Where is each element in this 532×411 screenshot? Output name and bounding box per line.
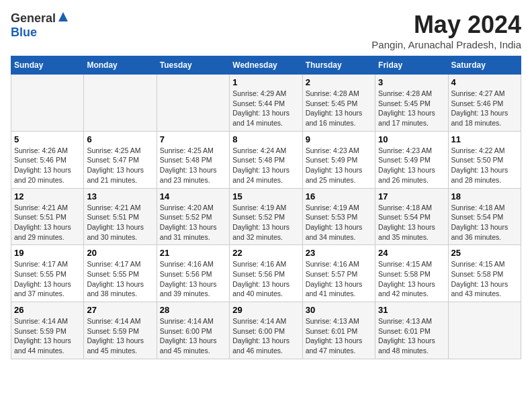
day-info: Sunrise: 4:24 AMSunset: 5:48 PMDaylight:… (232, 146, 299, 185)
day-info: Sunrise: 4:29 AMSunset: 5:44 PMDaylight:… (232, 89, 299, 128)
day-cell: 13Sunrise: 4:21 AMSunset: 5:51 PMDayligh… (84, 188, 157, 245)
day-cell: 5Sunrise: 4:26 AMSunset: 5:46 PMDaylight… (11, 131, 84, 188)
day-info: Sunrise: 4:18 AMSunset: 5:54 PMDaylight:… (451, 203, 518, 242)
day-number: 2 (306, 77, 372, 87)
day-number: 6 (87, 134, 153, 144)
day-cell: 25Sunrise: 4:15 AMSunset: 5:58 PMDayligh… (448, 245, 521, 302)
day-number: 12 (14, 191, 81, 201)
day-number: 4 (451, 77, 518, 87)
day-cell: 27Sunrise: 4:14 AMSunset: 5:59 PMDayligh… (84, 302, 157, 359)
day-number: 3 (378, 77, 445, 87)
svg-marker-0 (58, 12, 68, 21)
day-cell: 9Sunrise: 4:23 AMSunset: 5:49 PMDaylight… (302, 131, 375, 188)
day-number: 21 (160, 248, 226, 258)
day-cell: 4Sunrise: 4:27 AMSunset: 5:46 PMDaylight… (448, 75, 521, 132)
day-cell: 1Sunrise: 4:29 AMSunset: 5:44 PMDaylight… (230, 75, 302, 132)
day-info: Sunrise: 4:18 AMSunset: 5:54 PMDaylight:… (378, 203, 445, 242)
day-number: 13 (87, 191, 153, 201)
day-info: Sunrise: 4:23 AMSunset: 5:49 PMDaylight:… (306, 146, 372, 185)
day-info: Sunrise: 4:26 AMSunset: 5:46 PMDaylight:… (14, 146, 81, 185)
day-number: 7 (160, 134, 226, 144)
day-number: 28 (160, 305, 226, 315)
day-number: 22 (232, 248, 299, 258)
location-title: Pangin, Arunachal Pradesh, India (371, 39, 521, 50)
day-cell: 23Sunrise: 4:16 AMSunset: 5:57 PMDayligh… (302, 245, 375, 302)
day-number: 8 (232, 134, 299, 144)
day-info: Sunrise: 4:19 AMSunset: 5:53 PMDaylight:… (306, 203, 372, 242)
day-cell: 2Sunrise: 4:28 AMSunset: 5:45 PMDaylight… (302, 75, 375, 132)
header: General Blue May 2024 Pangin, Arunachal … (11, 11, 521, 50)
day-number: 10 (378, 134, 445, 144)
day-info: Sunrise: 4:16 AMSunset: 5:57 PMDaylight:… (306, 259, 372, 299)
day-cell: 22Sunrise: 4:16 AMSunset: 5:56 PMDayligh… (230, 245, 302, 302)
logo-icon (57, 11, 69, 23)
day-cell: 19Sunrise: 4:17 AMSunset: 5:55 PMDayligh… (11, 245, 84, 302)
day-number: 23 (306, 248, 372, 258)
day-info: Sunrise: 4:13 AMSunset: 6:01 PMDaylight:… (378, 316, 445, 356)
day-cell: 17Sunrise: 4:18 AMSunset: 5:54 PMDayligh… (375, 188, 448, 245)
day-cell: 30Sunrise: 4:13 AMSunset: 6:01 PMDayligh… (302, 302, 375, 359)
day-info: Sunrise: 4:27 AMSunset: 5:46 PMDaylight:… (451, 89, 518, 128)
day-info: Sunrise: 4:25 AMSunset: 5:48 PMDaylight:… (160, 146, 226, 185)
week-row-1: 5Sunrise: 4:26 AMSunset: 5:46 PMDaylight… (11, 131, 521, 188)
day-info: Sunrise: 4:21 AMSunset: 5:51 PMDaylight:… (87, 203, 153, 242)
day-info: Sunrise: 4:16 AMSunset: 5:56 PMDaylight:… (160, 259, 226, 299)
day-cell: 6Sunrise: 4:25 AMSunset: 5:47 PMDaylight… (84, 131, 157, 188)
day-cell (448, 302, 521, 359)
day-number: 18 (451, 191, 518, 201)
day-cell: 31Sunrise: 4:13 AMSunset: 6:01 PMDayligh… (375, 302, 448, 359)
header-cell-friday: Friday (375, 56, 448, 75)
day-cell: 8Sunrise: 4:24 AMSunset: 5:48 PMDaylight… (230, 131, 302, 188)
header-cell-thursday: Thursday (302, 56, 375, 75)
logo-general-text: General (11, 11, 56, 26)
day-number: 17 (378, 191, 445, 201)
day-cell (11, 75, 84, 132)
day-number: 27 (87, 305, 153, 315)
day-number: 14 (160, 191, 226, 201)
header-cell-sunday: Sunday (11, 56, 84, 75)
day-cell: 20Sunrise: 4:17 AMSunset: 5:55 PMDayligh… (84, 245, 157, 302)
day-info: Sunrise: 4:21 AMSunset: 5:51 PMDaylight:… (14, 203, 81, 242)
day-info: Sunrise: 4:22 AMSunset: 5:50 PMDaylight:… (451, 146, 518, 185)
day-info: Sunrise: 4:17 AMSunset: 5:55 PMDaylight:… (87, 259, 153, 299)
day-number: 16 (306, 191, 372, 201)
day-cell: 16Sunrise: 4:19 AMSunset: 5:53 PMDayligh… (302, 188, 375, 245)
day-cell: 10Sunrise: 4:23 AMSunset: 5:49 PMDayligh… (375, 131, 448, 188)
header-cell-tuesday: Tuesday (157, 56, 229, 75)
day-number: 19 (14, 248, 81, 258)
day-cell: 28Sunrise: 4:14 AMSunset: 6:00 PMDayligh… (157, 302, 229, 359)
day-number: 5 (14, 134, 81, 144)
day-number: 20 (87, 248, 153, 258)
day-number: 11 (451, 134, 518, 144)
day-info: Sunrise: 4:15 AMSunset: 5:58 PMDaylight:… (451, 259, 518, 299)
day-info: Sunrise: 4:25 AMSunset: 5:47 PMDaylight:… (87, 146, 153, 185)
title-area: May 2024 Pangin, Arunachal Pradesh, Indi… (371, 11, 521, 50)
day-info: Sunrise: 4:16 AMSunset: 5:56 PMDaylight:… (232, 259, 299, 299)
day-info: Sunrise: 4:14 AMSunset: 5:59 PMDaylight:… (14, 316, 81, 356)
day-info: Sunrise: 4:23 AMSunset: 5:49 PMDaylight:… (378, 146, 445, 185)
day-info: Sunrise: 4:14 AMSunset: 6:00 PMDaylight:… (160, 316, 226, 356)
logo-blue-text: Blue (11, 26, 37, 39)
week-row-0: 1Sunrise: 4:29 AMSunset: 5:44 PMDaylight… (11, 75, 521, 132)
day-cell: 15Sunrise: 4:19 AMSunset: 5:52 PMDayligh… (230, 188, 302, 245)
header-cell-wednesday: Wednesday (230, 56, 302, 75)
day-info: Sunrise: 4:13 AMSunset: 6:01 PMDaylight:… (306, 316, 372, 356)
day-number: 15 (232, 191, 299, 201)
week-row-4: 26Sunrise: 4:14 AMSunset: 5:59 PMDayligh… (11, 302, 521, 359)
day-cell: 18Sunrise: 4:18 AMSunset: 5:54 PMDayligh… (448, 188, 521, 245)
day-info: Sunrise: 4:28 AMSunset: 5:45 PMDaylight:… (378, 89, 445, 128)
week-row-3: 19Sunrise: 4:17 AMSunset: 5:55 PMDayligh… (11, 245, 521, 302)
week-row-2: 12Sunrise: 4:21 AMSunset: 5:51 PMDayligh… (11, 188, 521, 245)
day-cell: 14Sunrise: 4:20 AMSunset: 5:52 PMDayligh… (157, 188, 229, 245)
day-number: 1 (232, 77, 299, 87)
day-info: Sunrise: 4:28 AMSunset: 5:45 PMDaylight:… (306, 89, 372, 128)
day-number: 25 (451, 248, 518, 258)
day-cell: 21Sunrise: 4:16 AMSunset: 5:56 PMDayligh… (157, 245, 229, 302)
day-cell: 29Sunrise: 4:14 AMSunset: 6:00 PMDayligh… (230, 302, 302, 359)
day-info: Sunrise: 4:14 AMSunset: 6:00 PMDaylight:… (232, 316, 299, 356)
header-cell-saturday: Saturday (448, 56, 521, 75)
day-cell: 12Sunrise: 4:21 AMSunset: 5:51 PMDayligh… (11, 188, 84, 245)
logo: General Blue (11, 11, 69, 40)
day-cell (157, 75, 229, 132)
day-info: Sunrise: 4:14 AMSunset: 5:59 PMDaylight:… (87, 316, 153, 356)
